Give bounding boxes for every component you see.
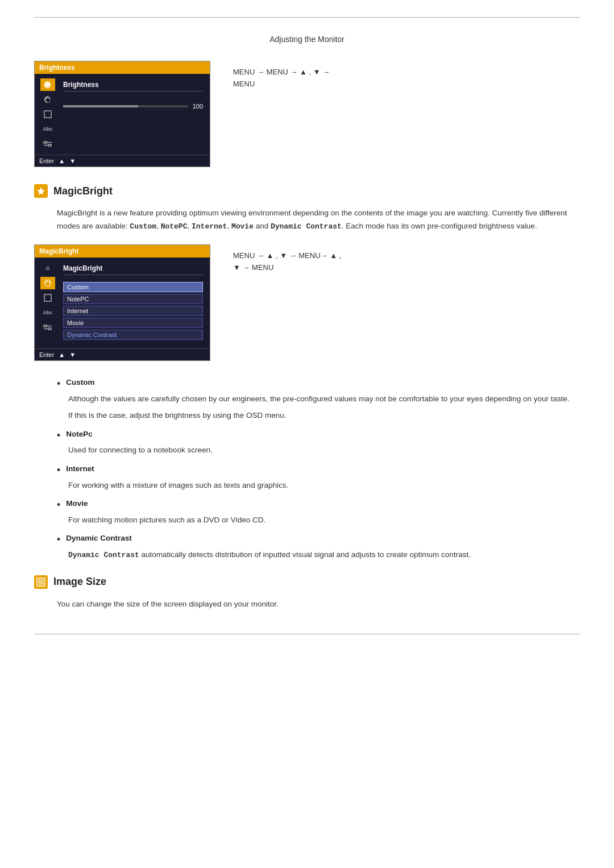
brightness-osd-titlebar: Brightness bbox=[35, 61, 210, 74]
image-size-title: Image Size bbox=[53, 576, 106, 588]
term-notepc: NotePC bbox=[161, 222, 188, 231]
brightness-osd-footer: Enter ▲ ▼ bbox=[35, 155, 210, 167]
brightness-slider-row: 100 bbox=[63, 103, 203, 110]
osd-list-notepc: NotePC bbox=[63, 294, 203, 304]
svg-point-13 bbox=[49, 282, 50, 283]
desc-movie: For watching motion pictures such as a D… bbox=[68, 514, 580, 526]
bullet-internet: • Internet bbox=[57, 464, 580, 477]
magic-bright-description: MagicBright is a new feature providing o… bbox=[57, 207, 580, 233]
desc-custom: Although the values are carefully chosen… bbox=[68, 393, 580, 422]
bullet-movie: • Movie bbox=[57, 499, 580, 512]
page-title: Adjusting the Monitor bbox=[34, 35, 580, 44]
osd-list-internet: Internet bbox=[63, 306, 203, 316]
osd-mb-abc: Abc bbox=[40, 306, 55, 319]
brightness-osd-item-title: Brightness bbox=[63, 81, 203, 92]
svg-rect-4 bbox=[44, 142, 47, 143]
image-size-desc-text: You can change the size of the screen di… bbox=[57, 598, 580, 611]
brightness-slider-fill bbox=[63, 105, 138, 107]
magic-bright-heading: MagicBright bbox=[34, 184, 580, 198]
svg-rect-14 bbox=[44, 294, 51, 301]
osd-sidebar-square bbox=[40, 108, 55, 121]
magic-bright-title: MagicBright bbox=[53, 185, 113, 197]
svg-marker-10 bbox=[37, 187, 45, 195]
svg-rect-20 bbox=[38, 579, 44, 585]
magic-bright-osd-footer: Enter ▲ ▼ bbox=[35, 348, 210, 360]
osd-mb-gear bbox=[40, 262, 55, 275]
desc-dynamic-contrast: Dynamic Contrast automatically detects d… bbox=[68, 549, 580, 562]
bullet-notepc: • NotePc bbox=[57, 430, 580, 442]
magic-bright-osd-item-title: MagicBright bbox=[63, 264, 203, 275]
bottom-divider bbox=[34, 634, 580, 634]
magic-bright-list: Custom NotePC Internet Movie Dynamic Con… bbox=[63, 282, 203, 340]
osd-mb-down: ▼ bbox=[69, 351, 76, 358]
brightness-osd: Brightness bbox=[34, 61, 210, 167]
magic-bright-osd-content: MagicBright Custom NotePC Internet Movie… bbox=[61, 262, 205, 344]
label-custom: Custom bbox=[66, 378, 94, 387]
magic-bright-osd-titlebar: MagicBright bbox=[35, 245, 210, 258]
label-internet: Internet bbox=[66, 464, 94, 473]
desc-notepc: Used for connecting to a notebook screen… bbox=[68, 444, 580, 456]
brightness-value: 100 bbox=[193, 103, 203, 110]
bullet-dynamic-contrast: • Dynamic Contrast bbox=[57, 534, 580, 546]
magic-bright-osd: MagicBright bbox=[34, 244, 210, 361]
desc-internet: For working with a mixture of images suc… bbox=[68, 479, 580, 492]
brightness-nav-instruction: MENU → MENU → ▲ , ▼ →MENU bbox=[233, 61, 330, 90]
osd-sidebar-mb: Abc bbox=[39, 262, 56, 344]
osd-sidebar-gear bbox=[40, 78, 55, 91]
magic-bright-osd-wrapper: MagicBright bbox=[34, 244, 580, 361]
brightness-osd-content: Brightness 100 bbox=[61, 78, 205, 150]
brightness-section: Brightness bbox=[34, 61, 580, 167]
image-size-description: You can change the size of the screen di… bbox=[57, 598, 580, 611]
osd-down-btn: ▼ bbox=[69, 157, 76, 164]
label-dynamic-contrast: Dynamic Contrast bbox=[66, 534, 132, 542]
term-dc-inline: Dynamic Contrast bbox=[68, 551, 139, 559]
term-internet: Internet bbox=[192, 222, 227, 231]
osd-mb-square bbox=[40, 292, 55, 304]
bullet-custom: • Custom bbox=[57, 378, 580, 391]
label-notepc: NotePc bbox=[66, 430, 93, 438]
svg-rect-7 bbox=[48, 144, 51, 146]
osd-sidebar-abc: Abc bbox=[40, 123, 55, 135]
osd-sidebar-palette bbox=[40, 93, 55, 106]
magic-bright-icon bbox=[34, 184, 48, 198]
term-custom: Custom bbox=[130, 222, 156, 231]
brightness-slider-track bbox=[63, 105, 188, 107]
top-divider bbox=[34, 17, 580, 18]
osd-up-btn: ▲ bbox=[59, 157, 65, 164]
osd-mb-palette bbox=[40, 277, 55, 289]
svg-rect-3 bbox=[44, 111, 51, 118]
label-movie: Movie bbox=[66, 499, 88, 508]
osd-mb-up: ▲ bbox=[59, 351, 65, 358]
osd-mb-adjust bbox=[40, 321, 55, 334]
osd-enter-btn: Enter bbox=[39, 157, 54, 164]
osd-sidebar: Abc bbox=[39, 78, 56, 150]
image-size-heading: Image Size bbox=[34, 575, 580, 589]
term-dynamic-contrast: Dynamic Contrast bbox=[271, 222, 342, 231]
osd-list-dynamic: Dynamic Contrast bbox=[63, 330, 203, 340]
svg-rect-15 bbox=[44, 325, 47, 327]
image-size-icon bbox=[34, 575, 48, 589]
osd-list-custom: Custom bbox=[63, 282, 203, 292]
osd-list-movie: Movie bbox=[63, 318, 203, 328]
svg-point-11 bbox=[45, 282, 47, 283]
svg-point-12 bbox=[47, 281, 48, 282]
osd-mb-enter: Enter bbox=[39, 351, 54, 358]
svg-rect-17 bbox=[48, 328, 51, 330]
magic-bright-nav-instruction: MENU → ▲ , ▼ → MENU→ ▲ ,▼ → MENU bbox=[233, 244, 341, 274]
term-movie: Movie bbox=[231, 222, 254, 231]
osd-sidebar-adjust bbox=[40, 138, 55, 150]
